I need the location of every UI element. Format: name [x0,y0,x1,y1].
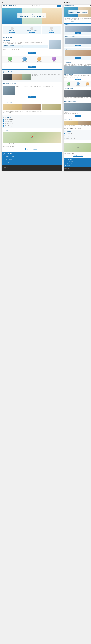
illus-item-2: 情報システム [18,56,32,62]
mob-header: SUMMER OPEN CAMPUS [64,4,91,7]
mob-card-dept: 情報系学部のプログラム 詳細はこちら [64,36,91,47]
cafe-photo-2 [22,104,42,110]
all-prog-btn[interactable]: 詳細はこちら [28,52,36,54]
footer-link-top[interactable]: トップ [3,168,5,170]
step-circle-2: 2 [3,158,5,161]
mob-card-btn-wrap-cafe: 詳細はこちら [65,57,91,59]
mob-hero-overlay: 2024 SUMMER OPEN CAMPUS [68,10,88,14]
mob-footer-link-faq[interactable]: FAQ [73,170,74,170]
mob-illus-row: 情報工学 情報システム 情報メディア [64,82,91,87]
mob-intro: 大学の雰囲気を体験できる絶好のチャンス！キャンパスツアーや授業体験など盛りだくさ… [64,17,91,22]
mob-illus-label-1: 情報工学 [64,85,73,86]
mob-footer-link-access[interactable]: アクセス [75,170,77,170]
mob-footer-link-cafe[interactable]: カフェ [70,170,72,170]
faq-title: よくある質問 [3,116,61,118]
all-prog-image [49,40,61,48]
nav-program[interactable]: プログラム [34,5,38,6]
prog-card-all[interactable]: 全体プログラム 詳細はこちら [3,26,22,34]
footer-link-program[interactable]: プログラム [6,168,10,170]
mob-faq-3: 服装に決まりはありますか？ [64,136,91,138]
mob-card-title-all: 全体プログラム [65,24,91,25]
step-label-3: 当日受付 [6,162,9,163]
mob-date-label: オープンキャンパス開催日程 [64,21,91,22]
mob-dept-img [64,103,91,110]
mob-cafe-photo-1 [64,121,78,125]
mob-faq-list: 事前予約は必要ですか？ 駐車場はありますか？ 服装に決まりはありますか？ 保護者… [64,132,91,140]
faq-q-4: 保護者も参加できますか？ [5,125,16,126]
pc-hero: 2024 SUMMER OPEN CAMPUS [2,8,62,24]
footer-links[interactable]: トップ プログラム カフェ＆ランチ よくある質問 アクセス [3,168,61,170]
mob-access-btn-wrap: 大学公式サイトはこちら [64,154,91,156]
pc-header: SUMMER OPEN CAMPUS トップ プログラム アクセス [2,4,62,8]
illus-label-1: 情報工学科 [3,61,17,62]
mob-faq-title: よくある質問 [64,130,91,132]
cafe-item-2: B定食 ¥450 [9,112,13,114]
card-btn-all[interactable]: 詳細はこちら [10,32,15,33]
mob-faq-q-4: 保護者も参加できますか？ [66,138,75,139]
access-btn[interactable]: 大学公式サイトはこちら [26,148,38,150]
faq-item-3: 服装に決まりはありますか？ [3,123,61,125]
mob-footer-link-program[interactable]: プログラム [67,170,70,170]
pc-nav[interactable]: トップ プログラム アクセス [30,5,43,6]
nav-access[interactable]: アクセス [39,5,43,6]
mob-dept-btn[interactable]: 詳細はこちら [75,115,81,117]
mob-access-btn[interactable]: 大学公式サイトはこちら [73,154,83,156]
mob-campus-img [64,90,91,97]
card-btn-dept[interactable]: 詳細はこちら [29,32,35,33]
mob-illus-2: 情報システム [74,82,83,86]
mob-illus-icon-1 [67,82,70,85]
mob-menu-bar-1 [90,5,91,5]
cafe-photo-3 [42,104,61,110]
mob-faq-icon-4 [64,138,65,139]
mob-footer-link-top[interactable]: トップ [64,170,66,170]
all-prog-text: 全体プログラム 大学全体で行うプログラムです。どなたでもご参加いただけます。学校… [3,40,48,49]
mob-footer-links[interactable]: トップ プログラム カフェ FAQ アクセス [64,170,91,170]
campus-tour-title: キャンパスツアー [3,71,61,73]
all-prog-desc: 大学全体で行うプログラムです。どなたでもご参加いただけます。学校説明会や個別相談… [3,42,48,44]
card-btn-cafe[interactable]: 詳細はこちら [49,32,54,33]
all-prog-btn-2[interactable]: 詳細はこちら [28,66,36,68]
mob-faq-q-1: 事前予約は必要ですか？ [66,133,74,134]
pc-logo: SUMMER OPEN CAMPUS [3,5,16,7]
faq-item-2: 駐車場はありますか？ [3,121,61,123]
mob-illus-label-2: 情報システム [74,85,83,86]
mob-faq-4: 保護者も参加できますか？ [64,138,91,140]
dept-prog-schedule: 開催日程：7月20日・8月10日・8月24日 [16,87,61,88]
mob-faq-icon-2 [64,135,65,136]
mob-all-prog-btn[interactable]: 詳細はこちら [75,78,81,80]
mob-all-prog-img [64,66,91,74]
nav-top[interactable]: トップ [30,5,33,6]
footer-link-access[interactable]: アクセス [24,168,27,170]
footer-link-cafe[interactable]: カフェ＆ランチ [11,168,17,170]
pc-label: PC [2,2,62,4]
illus-item-3: 情報メディア [32,56,46,62]
pc-header-icons [57,5,61,6]
mob-prog-cards: 全体プログラム 詳細はこちら 情報系学部のプログラム 詳細はこちら カフ [64,22,91,61]
dept-prog-text: 情報工学科、情報システム学科、情報メディア学科それぞれのプログラムを体験できます… [16,86,61,94]
mob-cafe-title: カフェ＆ランチ [64,119,91,120]
mob-card-title-cafe: カフェ＆ランチ [65,49,91,50]
mob-intro-text: 大学の雰囲気を体験できる絶好のチャンス！キャンパスツアーや授業体験など盛りだくさ… [64,18,91,20]
mob-card-btn-cafe[interactable]: 詳細はこちら [75,57,81,59]
mob-faq-q-3: 服装に決まりはありますか？ [66,136,76,138]
illus-row-1: 情報工学科 情報システム 情報メディア コンピュータ [2,56,62,63]
dept-prog-btn-wrap: 詳細はこちら [3,95,61,98]
prog-card-cafe[interactable]: カフェ＆ランチ 詳細はこちら [42,26,61,34]
steps-title: お申し込み方法 [3,153,61,155]
mob-menu-icon[interactable] [90,5,91,6]
access-title: アクセス [3,130,61,132]
step-circle-1: 1 [3,156,5,158]
dept-prog-section: 情報系学部のプログラム 情報工学科、情報システム学科、情報メディア学科それぞれの… [2,82,62,100]
cafe-title: カフェ＆ランチ [3,102,61,104]
mob-card-btn-dept[interactable]: 詳細はこちら [75,45,81,46]
mob-card-img-dept [65,38,91,44]
mob-campus-desc: 在学生がキャンパス内を案内します。普段の学生生活をリアルに感じることができます。 [64,97,91,100]
mob-card-btn-all[interactable]: 詳細はこちら [75,32,81,34]
prog-card-dept[interactable]: 情報系学部のプログラム 詳細はこちら [22,26,41,34]
campus-tour-left [3,74,31,80]
mob-cafe: カフェ＆ランチ 学食や学内カフェをご利用いただけます。リーズナブルな価格でお食事… [64,118,91,130]
mob-faq-1: 事前予約は必要ですか？ [64,132,91,134]
footer-link-faq[interactable]: よくある質問 [18,168,22,170]
dept-prog-btn[interactable]: 詳細はこちら [28,96,36,98]
step-3: 3 当日受付 [3,162,61,164]
